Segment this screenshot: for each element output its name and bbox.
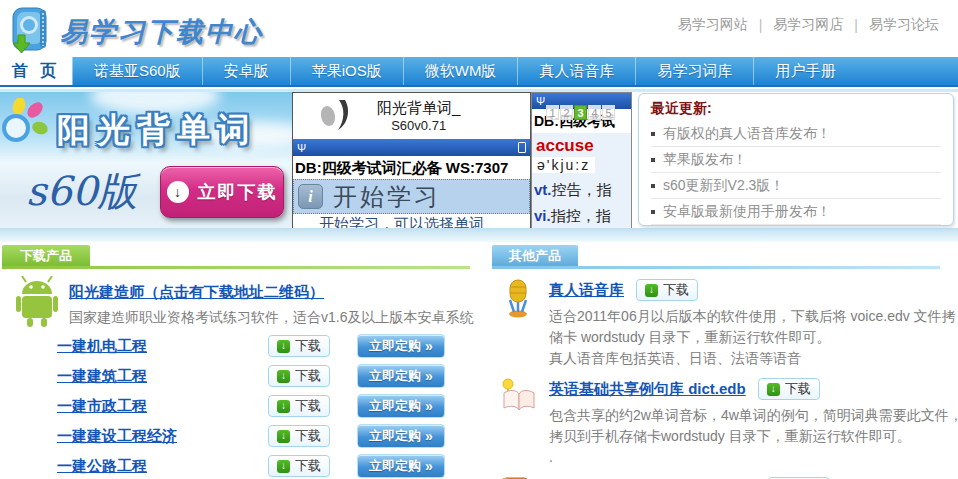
link-store[interactable]: 易学习网店 xyxy=(773,16,843,34)
order-button[interactable]: 立即定购 » xyxy=(357,334,445,358)
nav-tab-voice[interactable]: 真人语音库 xyxy=(517,57,635,85)
nav-tab-dict[interactable]: 易学习词库 xyxy=(635,57,753,85)
featured-product-desc: 国家建造师职业资格考试练习软件，适合v1.6及以上版本安卓系统 xyxy=(69,309,473,327)
download-button[interactable]: ↓ 下载 xyxy=(636,279,698,301)
menu-selected-row: i 开始学习 xyxy=(293,179,530,214)
other-product-desc: 包含共享的约2w单词音标，4w单词的例句，简明词典需要此文件，下 拷贝到手机存储… xyxy=(549,405,958,468)
chevron-right-icon: » xyxy=(425,428,433,444)
order-button[interactable]: 立即定购 » xyxy=(357,364,445,388)
backpack-download-icon xyxy=(8,5,54,59)
product-link[interactable]: 一建建设工程经济 xyxy=(57,427,268,446)
site-logo[interactable]: 易学习下载中心 xyxy=(8,5,263,59)
chevron-right-icon: » xyxy=(425,368,433,384)
download-label: 下载 xyxy=(663,281,689,299)
page-5[interactable]: 5 xyxy=(602,105,615,120)
link-forum[interactable]: 易学习论坛 xyxy=(869,16,939,34)
table-row: 一建市政工程 ↓ 下载 立即定购 » xyxy=(0,391,474,421)
page-4[interactable]: 4 xyxy=(588,105,601,120)
screenshot1-header: 阳光背单词_ S60v0.71 xyxy=(293,93,530,139)
bullet-icon xyxy=(651,158,655,162)
tab-download-products[interactable]: 下载产品 xyxy=(2,245,90,266)
product-link[interactable]: 一建市政工程 xyxy=(57,397,268,416)
link-separator: | xyxy=(759,17,763,33)
page-1[interactable]: 1 xyxy=(546,105,559,120)
banner-download-button[interactable]: ↓ 立即下载 xyxy=(160,166,284,218)
order-label: 立即定购 xyxy=(369,457,421,475)
nav-tab-android[interactable]: 安卓版 xyxy=(202,57,290,85)
main-nav: 首 页 诺基亚S60版 安卓版 苹果iOS版 微软WM版 真人语音库 易学习词库… xyxy=(0,57,958,87)
tab-other-products[interactable]: 其他产品 xyxy=(492,245,578,266)
other-product-title[interactable]: 英语基础共享例句库 dict.edb xyxy=(549,380,746,399)
page-2[interactable]: 2 xyxy=(560,105,573,120)
link-website[interactable]: 易学习网站 xyxy=(678,16,748,34)
page: 易学习下载中心 易学习网站 | 易学习网店 | 易学习论坛 首 页 诺基亚S60… xyxy=(0,0,958,479)
update-item[interactable]: 有版权的真人语音库发布！ xyxy=(651,121,941,147)
product-link[interactable]: 一建公路工程 xyxy=(57,457,268,476)
table-row: 一建公路工程 ↓ 下载 立即定购 » xyxy=(0,451,474,479)
download-arrow-icon: ↓ xyxy=(277,400,290,413)
statusbar: Ψ xyxy=(293,139,530,156)
featured-product-title[interactable]: 阳光建造师（点击有下载地址二维码） xyxy=(69,283,324,302)
download-arrow-icon: ↓ xyxy=(167,181,189,203)
table-row: 一建机电工程 ↓ 下载 立即定购 » xyxy=(0,331,474,361)
download-button[interactable]: ↓ 下载 xyxy=(268,335,330,357)
bullet-icon xyxy=(651,132,655,136)
top-links: 易学习网站 | 易学习网店 | 易学习论坛 xyxy=(667,16,950,34)
product-link[interactable]: 一建机电工程 xyxy=(57,337,268,356)
update-text: 有版权的真人语音库发布！ xyxy=(663,125,831,143)
app-logo-icon xyxy=(315,94,355,138)
microphone-icon xyxy=(500,276,540,369)
link-separator: | xyxy=(854,17,858,33)
download-label: 下载 xyxy=(295,427,321,445)
download-arrow-icon: ↓ xyxy=(277,370,290,383)
order-button[interactable]: 立即定购 » xyxy=(357,394,445,418)
update-text: 苹果版发布！ xyxy=(663,151,747,169)
order-label: 立即定购 xyxy=(369,337,421,355)
banner-title: 阳光背单词 xyxy=(57,108,257,153)
download-arrow-icon: ↓ xyxy=(277,430,290,443)
download-arrow-icon: ↓ xyxy=(645,284,658,297)
top-header: 易学习下载中心 易学习网站 | 易学习网店 | 易学习论坛 xyxy=(0,0,958,57)
banner-download-label: 立即下载 xyxy=(198,180,278,204)
other-products-list: 真人语音库 ↓ 下载 适合2011年06月以后版本的软件使用，下载后将 voic… xyxy=(500,276,958,479)
product-link[interactable]: 一建建筑工程 xyxy=(57,367,268,386)
page-3-active[interactable]: 3 xyxy=(574,105,587,120)
download-button[interactable]: ↓ 下载 xyxy=(268,365,330,387)
list-item-body: 阳光背单词词库制作工具 UTF8 ↓ 下载 xyxy=(549,474,830,479)
app-version: S60v0.71 xyxy=(377,118,460,133)
order-label: 立即定购 xyxy=(369,427,421,445)
carousel-bottom-strip xyxy=(0,228,958,242)
update-item[interactable]: 苹果版发布！ xyxy=(651,147,941,173)
download-label: 下载 xyxy=(295,337,321,355)
nav-tab-nokia-s60[interactable]: 诺基亚S60版 xyxy=(72,57,202,85)
nav-tab-home[interactable]: 首 页 xyxy=(0,57,72,85)
download-arrow-icon: ↓ xyxy=(277,340,290,353)
nav-tab-ios[interactable]: 苹果iOS版 xyxy=(290,57,403,85)
book-bulb-icon xyxy=(500,375,540,468)
other-product-title[interactable]: 真人语音库 xyxy=(549,281,624,300)
screenshot1-titles: 阳光背单词_ S60v0.71 xyxy=(377,99,460,133)
update-item[interactable]: 安卓版最新使用手册发布！ xyxy=(651,199,941,225)
order-button[interactable]: 立即定购 » xyxy=(357,424,445,448)
order-label: 立即定购 xyxy=(369,397,421,415)
download-button[interactable]: ↓ 下载 xyxy=(758,378,820,400)
flower-logo-icon xyxy=(2,98,54,158)
download-button[interactable]: ↓ 下载 xyxy=(268,425,330,447)
download-button[interactable]: ↓ 下载 xyxy=(268,395,330,417)
bullet-icon xyxy=(651,210,655,214)
nav-tab-wm[interactable]: 微软WM版 xyxy=(403,57,518,85)
download-button[interactable]: ↓ 下载 xyxy=(268,455,330,477)
table-row: 一建建设工程经济 ↓ 下载 立即定购 » xyxy=(0,421,474,451)
s60-banner[interactable]: 阳光背单词 s60版 ↓ 立即下载 xyxy=(0,92,292,228)
banner-carousel: 阳光背单词 s60版 ↓ 立即下载 阳光背单词_ S60v0.71 xyxy=(0,92,638,228)
nav-tab-manual[interactable]: 用户手册 xyxy=(753,57,856,85)
word-meaning-2: vi.指控，指 xyxy=(534,207,631,226)
antenna-icon: Ψ xyxy=(536,95,545,107)
order-button[interactable]: 立即定购 » xyxy=(357,454,445,478)
update-item[interactable]: s60更新到V2.3版！ xyxy=(651,173,941,199)
app-title: 阳光背单词_ xyxy=(377,99,460,118)
battery-icon xyxy=(518,142,526,153)
recent-updates-box: 最近更新: 有版权的真人语音库发布！ 苹果版发布！ s60更新到V2.3版！ 安… xyxy=(638,93,954,226)
carousel-pagination: 1 2 3 4 5 xyxy=(546,105,615,120)
update-text: 安卓版最新使用手册发布！ xyxy=(663,203,831,221)
